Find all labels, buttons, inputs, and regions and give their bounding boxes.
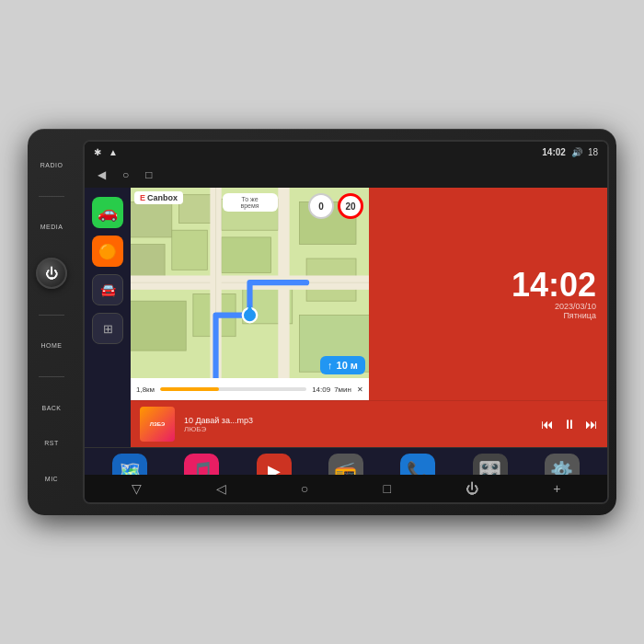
waze-icon[interactable]: 🟠 (92, 236, 123, 267)
left-icon-column: 🚗 🟠 🚘 ⊞ (85, 188, 131, 447)
divider-2 (39, 315, 64, 316)
bluetooth-status-icon: ✱ (94, 147, 101, 157)
status-left: ✱ ▲ (94, 147, 118, 157)
screen-body: 🚗 🟠 🚘 ⊞ (85, 188, 607, 502)
next-button[interactable]: ⏭ (585, 417, 598, 431)
canbox-logo: E Canbox (134, 191, 183, 204)
recents-nav-icon[interactable]: □ (145, 168, 152, 181)
radio-unit: RADIO MEDIA ⏻ HOME BACK RST MIC ✱ ▲ 14:0… (28, 129, 616, 515)
bottom-home-icon[interactable]: ○ (301, 481, 308, 496)
power-icon: ⏻ (45, 266, 58, 281)
divider-1 (39, 196, 64, 197)
grid-app-icon[interactable]: ⊞ (92, 313, 123, 344)
home-nav-icon[interactable]: ○ (122, 168, 129, 181)
svg-rect-17 (278, 188, 289, 400)
time-remaining: 7мин (334, 385, 351, 394)
track-artist: ЛЮБЭ (184, 425, 532, 433)
wifi-status-icon: ▲ (109, 147, 118, 157)
turn-arrow: ↑ (328, 360, 333, 371)
rst-label[interactable]: RST (44, 438, 59, 448)
album-short: ЛЗБЭ (150, 421, 165, 427)
route-progress (160, 387, 306, 391)
eta: 14:09 (312, 385, 330, 394)
map-bottom-bar: 1,8км 14:09 7мин ✕ (131, 378, 369, 400)
bottom-recents-icon[interactable]: □ (383, 481, 390, 496)
bottom-power-icon[interactable]: ⏻ (466, 481, 478, 496)
status-bar: ✱ ▲ 14:02 🔊 18 (85, 142, 607, 162)
svg-rect-6 (222, 237, 271, 273)
main-content: ◀ ○ □ 🚗 🟠 🚘 (85, 162, 607, 502)
instruction-text: То же время (240, 196, 259, 209)
bottom-back-icon[interactable]: ▽ (132, 481, 142, 496)
screen-bezel: ✱ ▲ 14:02 🔊 18 ◀ ○ □ (75, 129, 616, 515)
svg-rect-4 (172, 230, 208, 270)
canbox-brand: Canbox (147, 193, 178, 202)
music-controls: ⏮ ⏸ ⏭ (541, 417, 598, 431)
route-progress-fill (160, 387, 219, 391)
dist-remaining: 1,8км (136, 385, 155, 394)
back-nav-icon[interactable]: ◀ (98, 168, 106, 181)
back-label[interactable]: BACK (41, 403, 61, 413)
bottom-return-icon[interactable]: ◁ (216, 481, 226, 496)
divider-3 (39, 376, 64, 377)
svg-rect-7 (131, 301, 186, 351)
android-nav-bar: ◀ ○ □ (85, 162, 607, 188)
big-clock: 14:02 (512, 269, 596, 302)
track-name: 10 Давай за...mp3 (184, 416, 532, 425)
turn-direction-box: ↑ 10 м (320, 356, 365, 374)
day-display: Пятница (563, 311, 596, 320)
main-screen: ✱ ▲ 14:02 🔊 18 ◀ ○ □ (83, 140, 609, 504)
left-controls-panel: RADIO MEDIA ⏻ HOME BACK RST MIC (28, 129, 75, 515)
current-speed: 0 (308, 193, 334, 219)
speed-limit: 20 (338, 193, 363, 219)
album-art: ЛЗБЭ (140, 407, 175, 442)
speed-overlay: 0 20 (308, 193, 363, 219)
music-panel: ЛЗБЭ 10 Давай за...mp3 ЛЮБЭ ⏮ ⏸ ⏭ (131, 400, 607, 447)
svg-rect-1 (131, 201, 172, 237)
car-app-icon[interactable]: 🚘 (92, 274, 123, 305)
bottom-navigation: ▽ ◁ ○ □ ⏻ + (85, 475, 607, 502)
map-panel[interactable]: E Canbox 0 20 (131, 188, 369, 400)
prev-button[interactable]: ⏮ (541, 417, 554, 431)
close-map-icon[interactable]: ✕ (357, 385, 363, 394)
canbox-header: E Canbox (134, 191, 183, 204)
battery-level: 18 (588, 147, 598, 157)
track-info: 10 Давай за...mp3 ЛЮБЭ (184, 416, 532, 433)
radio-label[interactable]: RADIO (40, 160, 63, 170)
clock-panel: 14:02 2023/03/10 Пятница (369, 188, 607, 400)
home-label[interactable]: HOME (41, 340, 63, 351)
volume-icon: 🔊 (571, 147, 582, 157)
media-label[interactable]: MEDIA (40, 222, 63, 232)
play-pause-button[interactable]: ⏸ (563, 417, 576, 431)
nav-instruction: То же время (223, 193, 278, 212)
status-right: 14:02 🔊 18 (542, 147, 598, 157)
date-display: 2023/03/10 (555, 302, 596, 311)
mic-label[interactable]: MIC (45, 474, 58, 484)
power-knob[interactable]: ⏻ (36, 258, 67, 289)
status-time: 14:02 (542, 147, 566, 157)
turn-distance: 10 м (337, 360, 358, 371)
carplay-icon[interactable]: 🚗 (92, 197, 123, 228)
bottom-plus-icon[interactable]: + (553, 481, 560, 496)
